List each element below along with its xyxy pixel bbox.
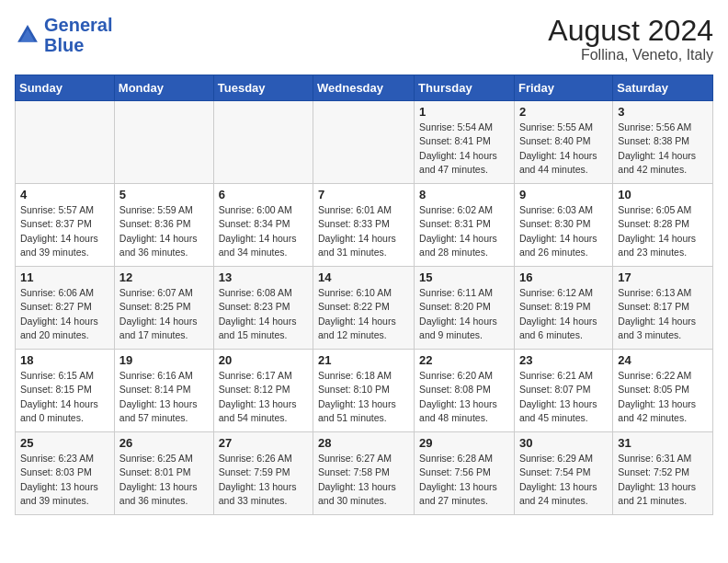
calendar-cell: 4Sunrise: 5:57 AM Sunset: 8:37 PM Daylig…	[16, 184, 115, 267]
day-info: Sunrise: 5:56 AM Sunset: 8:38 PM Dayligh…	[618, 121, 708, 177]
day-info: Sunrise: 6:12 AM Sunset: 8:19 PM Dayligh…	[519, 286, 608, 342]
weekday-header: Thursday	[415, 75, 515, 101]
day-info: Sunrise: 6:02 AM Sunset: 8:31 PM Dayligh…	[419, 203, 509, 259]
day-number: 21	[318, 353, 409, 367]
calendar-cell: 23Sunrise: 6:21 AM Sunset: 8:07 PM Dayli…	[514, 350, 612, 432]
calendar-cell: 10Sunrise: 6:05 AM Sunset: 8:28 PM Dayli…	[613, 184, 713, 267]
calendar-week-row: 1Sunrise: 5:54 AM Sunset: 8:41 PM Daylig…	[16, 101, 713, 184]
day-number: 26	[119, 436, 209, 450]
day-number: 13	[219, 270, 308, 284]
day-info: Sunrise: 6:26 AM Sunset: 7:59 PM Dayligh…	[219, 452, 308, 508]
day-info: Sunrise: 6:17 AM Sunset: 8:12 PM Dayligh…	[219, 369, 308, 425]
calendar-cell: 5Sunrise: 5:59 AM Sunset: 8:36 PM Daylig…	[114, 184, 213, 267]
calendar-cell: 12Sunrise: 6:07 AM Sunset: 8:25 PM Dayli…	[114, 267, 213, 350]
calendar-cell: 27Sunrise: 6:26 AM Sunset: 7:59 PM Dayli…	[213, 432, 313, 515]
day-number: 20	[219, 353, 308, 367]
day-number: 12	[119, 270, 209, 284]
day-number: 6	[219, 188, 308, 201]
day-number: 1	[419, 105, 509, 119]
month-year: August 2024	[548, 15, 713, 47]
day-number: 23	[519, 353, 608, 367]
day-number: 30	[519, 436, 608, 450]
calendar-cell: 31Sunrise: 6:31 AM Sunset: 7:52 PM Dayli…	[613, 432, 713, 515]
day-number: 19	[119, 353, 209, 367]
day-info: Sunrise: 5:57 AM Sunset: 8:37 PM Dayligh…	[20, 203, 109, 259]
page-header: General Blue August 2024 Follina, Veneto…	[15, 15, 713, 63]
day-info: Sunrise: 6:20 AM Sunset: 8:08 PM Dayligh…	[419, 369, 509, 425]
day-info: Sunrise: 6:21 AM Sunset: 8:07 PM Dayligh…	[519, 369, 608, 425]
day-number: 24	[618, 353, 708, 367]
calendar-cell: 28Sunrise: 6:27 AM Sunset: 7:58 PM Dayli…	[313, 432, 415, 515]
weekday-header: Tuesday	[213, 75, 313, 101]
day-info: Sunrise: 6:15 AM Sunset: 8:15 PM Dayligh…	[20, 369, 109, 425]
day-number: 31	[618, 436, 708, 450]
calendar-cell	[16, 101, 115, 184]
calendar-cell: 30Sunrise: 6:29 AM Sunset: 7:54 PM Dayli…	[514, 432, 612, 515]
calendar-cell: 11Sunrise: 6:06 AM Sunset: 8:27 PM Dayli…	[16, 267, 115, 350]
day-info: Sunrise: 5:54 AM Sunset: 8:41 PM Dayligh…	[419, 121, 509, 177]
day-info: Sunrise: 6:13 AM Sunset: 8:17 PM Dayligh…	[618, 286, 708, 342]
calendar-table: SundayMondayTuesdayWednesdayThursdayFrid…	[15, 75, 713, 515]
day-number: 14	[318, 270, 409, 284]
calendar-cell: 15Sunrise: 6:11 AM Sunset: 8:20 PM Dayli…	[415, 267, 515, 350]
day-number: 29	[419, 436, 509, 450]
logo-general: General	[44, 15, 112, 35]
day-info: Sunrise: 6:29 AM Sunset: 7:54 PM Dayligh…	[519, 452, 608, 508]
day-info: Sunrise: 6:25 AM Sunset: 8:01 PM Dayligh…	[119, 452, 209, 508]
calendar-cell: 2Sunrise: 5:55 AM Sunset: 8:40 PM Daylig…	[514, 101, 612, 184]
calendar-cell: 20Sunrise: 6:17 AM Sunset: 8:12 PM Dayli…	[213, 350, 313, 432]
day-number: 5	[119, 188, 209, 201]
day-info: Sunrise: 6:27 AM Sunset: 7:58 PM Dayligh…	[318, 452, 409, 508]
weekday-header: Friday	[514, 75, 612, 101]
day-info: Sunrise: 6:06 AM Sunset: 8:27 PM Dayligh…	[20, 286, 109, 342]
calendar-cell: 13Sunrise: 6:08 AM Sunset: 8:23 PM Dayli…	[213, 267, 313, 350]
weekday-header: Wednesday	[313, 75, 415, 101]
calendar-cell	[313, 101, 415, 184]
day-number: 28	[318, 436, 409, 450]
day-info: Sunrise: 6:08 AM Sunset: 8:23 PM Dayligh…	[219, 286, 308, 342]
day-info: Sunrise: 6:18 AM Sunset: 8:10 PM Dayligh…	[318, 369, 409, 425]
day-info: Sunrise: 5:55 AM Sunset: 8:40 PM Dayligh…	[519, 121, 608, 177]
calendar-cell: 8Sunrise: 6:02 AM Sunset: 8:31 PM Daylig…	[415, 184, 515, 267]
location: Follina, Veneto, Italy	[548, 47, 713, 63]
weekday-header: Sunday	[16, 75, 115, 101]
calendar-cell: 18Sunrise: 6:15 AM Sunset: 8:15 PM Dayli…	[16, 350, 115, 432]
day-number: 16	[519, 270, 608, 284]
day-number: 2	[519, 105, 608, 119]
calendar-week-row: 11Sunrise: 6:06 AM Sunset: 8:27 PM Dayli…	[16, 267, 713, 350]
weekday-header: Monday	[114, 75, 213, 101]
day-info: Sunrise: 6:05 AM Sunset: 8:28 PM Dayligh…	[618, 203, 708, 259]
calendar-week-row: 18Sunrise: 6:15 AM Sunset: 8:15 PM Dayli…	[16, 350, 713, 432]
calendar-cell: 14Sunrise: 6:10 AM Sunset: 8:22 PM Dayli…	[313, 267, 415, 350]
calendar-cell: 24Sunrise: 6:22 AM Sunset: 8:05 PM Dayli…	[613, 350, 713, 432]
logo-text: General Blue	[44, 15, 112, 55]
calendar-cell: 6Sunrise: 6:00 AM Sunset: 8:34 PM Daylig…	[213, 184, 313, 267]
day-number: 11	[20, 270, 109, 284]
day-number: 4	[20, 188, 109, 201]
calendar-cell	[213, 101, 313, 184]
day-info: Sunrise: 6:28 AM Sunset: 7:56 PM Dayligh…	[419, 452, 509, 508]
day-info: Sunrise: 6:00 AM Sunset: 8:34 PM Dayligh…	[219, 203, 308, 259]
logo-blue: Blue	[44, 35, 84, 55]
day-info: Sunrise: 5:59 AM Sunset: 8:36 PM Dayligh…	[119, 203, 209, 259]
calendar-cell: 19Sunrise: 6:16 AM Sunset: 8:14 PM Dayli…	[114, 350, 213, 432]
day-number: 10	[618, 188, 708, 201]
day-number: 17	[618, 270, 708, 284]
calendar-cell: 26Sunrise: 6:25 AM Sunset: 8:01 PM Dayli…	[114, 432, 213, 515]
day-info: Sunrise: 6:11 AM Sunset: 8:20 PM Dayligh…	[419, 286, 509, 342]
calendar-week-row: 25Sunrise: 6:23 AM Sunset: 8:03 PM Dayli…	[16, 432, 713, 515]
calendar-cell: 25Sunrise: 6:23 AM Sunset: 8:03 PM Dayli…	[16, 432, 115, 515]
day-info: Sunrise: 6:03 AM Sunset: 8:30 PM Dayligh…	[519, 203, 608, 259]
calendar-cell: 29Sunrise: 6:28 AM Sunset: 7:56 PM Dayli…	[415, 432, 515, 515]
weekday-header-row: SundayMondayTuesdayWednesdayThursdayFrid…	[16, 75, 713, 101]
day-info: Sunrise: 6:01 AM Sunset: 8:33 PM Dayligh…	[318, 203, 409, 259]
day-number: 25	[20, 436, 109, 450]
day-number: 18	[20, 353, 109, 367]
day-info: Sunrise: 6:07 AM Sunset: 8:25 PM Dayligh…	[119, 286, 209, 342]
day-number: 7	[318, 188, 409, 201]
title-block: August 2024 Follina, Veneto, Italy	[548, 15, 713, 63]
day-info: Sunrise: 6:31 AM Sunset: 7:52 PM Dayligh…	[618, 452, 708, 508]
calendar-cell: 16Sunrise: 6:12 AM Sunset: 8:19 PM Dayli…	[514, 267, 612, 350]
day-number: 9	[519, 188, 608, 201]
calendar-cell: 17Sunrise: 6:13 AM Sunset: 8:17 PM Dayli…	[613, 267, 713, 350]
